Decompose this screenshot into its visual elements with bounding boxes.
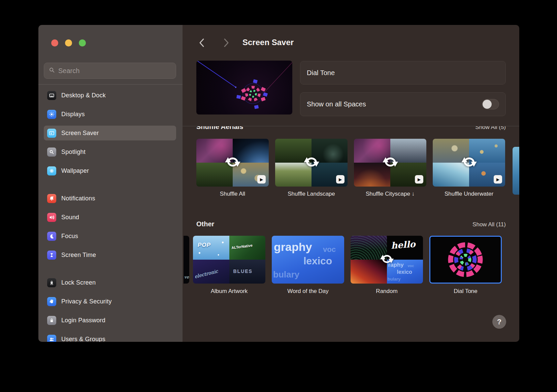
tile-word-of-the-day[interactable]: graphy voc lexico bulary [272,236,344,284]
artwork-word: hello [391,239,416,251]
artwork-word: graphy [274,240,312,254]
sidebar-item-label: Screen Time [61,252,96,259]
show-all-other-button[interactable]: Show All (11) [472,221,506,229]
tile-art: ▶ [275,139,348,187]
sidebar: Desktop & Dock Displays Screen Saver Spo… [38,25,183,342]
tile-art: ▶ [196,139,269,187]
screensaver-name-field[interactable]: Dial Tone [300,61,506,85]
sidebar-item-screen-saver[interactable]: Screen Saver [44,126,176,140]
sidebar-item-label: Focus [61,233,78,240]
artwork-word: POP [198,242,211,249]
sidebar-divider [38,84,183,85]
sidebar-item-label: Spotlight [61,149,86,156]
sidebar-item-screen-time[interactable]: Screen Time [44,248,176,262]
tile-shuffle-all[interactable]: ▶ [196,139,269,187]
shuffle-icon [303,153,320,172]
sidebar-item-label: Notifications [61,195,95,202]
search-input[interactable] [58,67,171,75]
artwork-word: lexico [303,255,332,267]
lock-screen-icon [47,278,56,287]
other-labels: Album Artwork Word of the Day Random Dia… [183,288,519,295]
sidebar-item-label: Login Password [61,317,105,324]
sidebar-item-login-password[interactable]: Login Password [44,313,176,328]
notifications-icon [47,194,56,203]
desktop-dock-icon [47,91,56,100]
sidebar-item-spotlight[interactable]: Spotlight [44,144,176,159]
section-header-shuffle-aerials: Shuffle Aerials Show All (5) [183,126,519,131]
tile-random[interactable]: hello raphy voc lexico bulary [351,236,423,284]
forward-button[interactable] [222,38,231,48]
page-title: Screen Saver [242,38,294,47]
section-title: Other [196,220,214,228]
tile-label: Shuffle Landscape [275,191,348,197]
tile-art: ▶ [433,139,505,187]
focus-icon [47,232,56,241]
sidebar-item-label: Screen Saver [61,130,99,137]
tile-art: ▶ [354,139,426,187]
minimize-button[interactable] [65,39,72,46]
displays-icon [47,110,56,119]
search-field[interactable] [44,63,176,79]
artwork-word: lexico [397,269,412,275]
tile-label: Word of the Day [272,288,344,295]
screen-saver-icon [47,129,56,138]
close-button[interactable] [51,39,58,46]
dial-tone-preview-art [196,61,292,115]
tile-art: graphy voc lexico bulary [272,236,344,284]
tile-album-artwork[interactable]: POP ALTerNative electronic BLUES [193,236,265,284]
show-on-all-spaces-toggle[interactable] [482,99,499,109]
show-all-shuffle-aerials-button[interactable]: Show All (5) [475,126,506,131]
sidebar-group-gap [44,182,176,191]
privacy-security-icon [47,297,56,306]
content-pane: Screen Saver [183,25,519,342]
tile-shuffle-cityscape[interactable]: ▶ [354,139,426,187]
artwork-word: electronic [194,268,219,280]
artwork-word: bulary [273,269,299,280]
screensaver-name-value: Dial Tone [307,69,335,77]
sound-icon [47,213,56,222]
shuffle-icon [224,153,241,172]
tile-label: Dial Tone [429,288,502,295]
sidebar-item-label: Sound [61,214,79,221]
sidebar-item-sound[interactable]: Sound [44,210,176,225]
tile-dial-tone[interactable] [429,236,502,284]
sidebar-item-displays[interactable]: Displays [44,107,176,122]
tile-fragment-next[interactable] [513,147,519,195]
play-badge-icon: ▶ [415,175,423,184]
sidebar-item-lock-screen[interactable]: Lock Screen [44,275,176,290]
tile-shuffle-landscape[interactable]: ▶ [275,139,348,187]
shuffle-icon [379,251,395,268]
artwork-word: voc [323,245,336,254]
tile-shuffle-underwater[interactable]: ▶ [433,139,505,187]
sidebar-item-notifications[interactable]: Notifications [44,191,176,206]
shuffle-aerials-row: ▶ ▶ [183,139,519,187]
sidebar-item-wallpaper[interactable]: Wallpaper [44,163,176,178]
traffic-lights [51,39,86,46]
sidebar-item-focus[interactable]: Focus [44,229,176,243]
shuffle-icon [382,153,399,172]
tile-label: Shuffle Cityscape ↓ [354,191,426,197]
toggle-knob [483,100,492,109]
screensaver-gallery-scroll[interactable]: Shuffle Aerials Show All (5) ▶ [183,126,519,342]
back-button[interactable] [197,38,206,48]
sidebar-item-users-groups[interactable]: Users & Groups [44,332,176,342]
sidebar-item-label: Privacy & Security [61,298,112,305]
screen-time-icon [47,251,56,260]
artwork-word: BLUES [233,268,253,274]
users-groups-icon [47,335,56,342]
other-row: ve POP ALTerNative electronic BLUES grap… [183,236,519,284]
sidebar-item-desktop-dock[interactable]: Desktop & Dock [44,88,176,103]
tile-fragment-prev[interactable]: ve [184,236,189,284]
spotlight-icon [47,148,56,157]
help-button[interactable]: ? [492,315,506,329]
fragment-text: ve [184,275,189,280]
sidebar-item-privacy-security[interactable]: Privacy & Security [44,294,176,309]
tile-label: Shuffle Underwater [433,191,505,197]
sidebar-item-label: Lock Screen [61,279,96,286]
screensaver-preview[interactable] [196,61,292,115]
artwork-word: ALTerNative [231,243,253,250]
shuffle-icon [460,153,478,172]
play-badge-icon: ▶ [336,175,345,184]
login-password-icon [47,316,56,325]
zoom-button[interactable] [79,39,86,46]
